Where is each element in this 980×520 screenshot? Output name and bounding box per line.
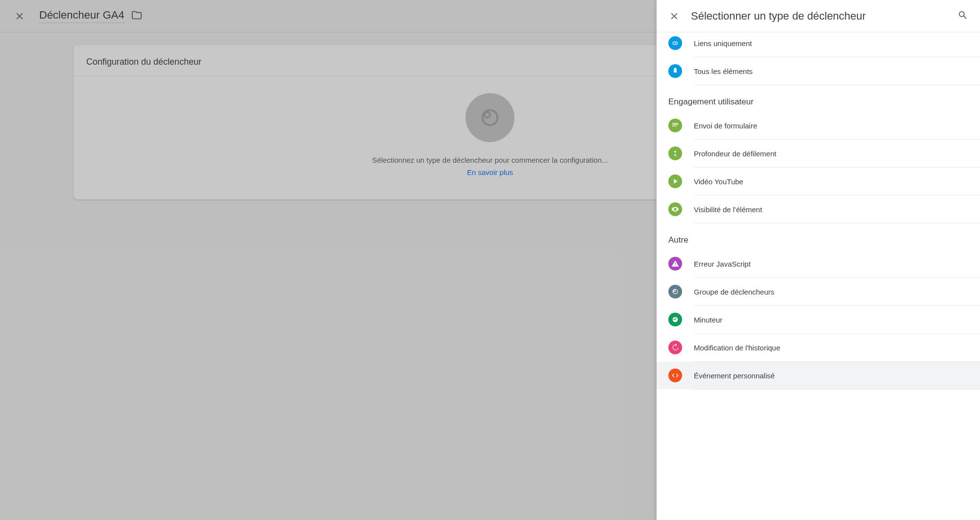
trigger-type-tous-les-e-le-ments[interactable]: Tous les éléments xyxy=(657,57,980,85)
timer-icon xyxy=(668,313,682,326)
trigger-type-label: Profondeur de défilement xyxy=(694,149,776,158)
history-icon xyxy=(668,341,682,354)
trigger-type-visibilite-de-l-e-le-ment[interactable]: Visibilité de l'élément xyxy=(657,196,980,223)
play-icon xyxy=(668,174,682,188)
click-icon xyxy=(668,64,682,78)
panel-header: Sélectionner un type de déclencheur xyxy=(657,0,980,32)
warn-icon xyxy=(668,257,682,271)
panel-title: Sélectionner un type de déclencheur xyxy=(691,10,957,23)
trigger-type-panel: Sélectionner un type de déclencheur Lien… xyxy=(657,0,980,520)
trigger-type-label: Groupe de déclencheurs xyxy=(694,288,774,296)
trigger-type-label: Visibilité de l'élément xyxy=(694,205,762,214)
trigger-type-label: Modification de l'historique xyxy=(694,344,780,352)
trigger-type-e-ve-nement-personnalise[interactable]: Événement personnalisé xyxy=(657,362,980,389)
search-icon xyxy=(957,10,968,21)
trigger-type-label: Liens uniquement xyxy=(694,39,752,48)
trigger-type-profondeur-de-de-filement[interactable]: Profondeur de défilement xyxy=(657,140,980,167)
trigger-type-label: Tous les éléments xyxy=(694,67,753,75)
close-icon xyxy=(669,11,680,22)
link-icon xyxy=(668,36,682,50)
divider xyxy=(694,389,980,390)
trigger-type-erreur-javascript[interactable]: Erreur JavaScript xyxy=(657,250,980,277)
code-icon xyxy=(668,369,682,382)
svg-point-3 xyxy=(673,290,675,292)
category-title: Engagement utilisateur xyxy=(657,85,980,112)
trigger-type-vide-o-youtube[interactable]: Vidéo YouTube xyxy=(657,168,980,195)
overlay: Sélectionner un type de déclencheur Lien… xyxy=(0,0,980,520)
trigger-type-label: Erreur JavaScript xyxy=(694,260,751,268)
category-title: Autre xyxy=(657,223,980,250)
trigger-type-minuteur[interactable]: Minuteur xyxy=(657,306,980,333)
trigger-type-label: Vidéo YouTube xyxy=(694,177,743,186)
trigger-type-modification-de-l-historique[interactable]: Modification de l'historique xyxy=(657,334,980,361)
trigger-type-liens-uniquement[interactable]: Liens uniquement xyxy=(657,32,980,57)
trigger-type-label: Minuteur xyxy=(694,316,722,324)
trigger-type-label: Envoi de formulaire xyxy=(694,122,757,130)
scroll-icon xyxy=(668,147,682,160)
trigger-type-groupe-de-de-clencheurs[interactable]: Groupe de déclencheurs xyxy=(657,278,980,305)
trigger-type-envoi-de-formulaire[interactable]: Envoi de formulaire xyxy=(657,112,980,139)
eye-icon xyxy=(668,202,682,216)
panel-body[interactable]: Liens uniquementTous les élémentsEngagem… xyxy=(657,32,980,520)
group-icon xyxy=(668,285,682,298)
close-panel-button[interactable] xyxy=(668,10,680,22)
search-button[interactable] xyxy=(957,10,968,23)
trigger-type-label: Événement personnalisé xyxy=(694,371,775,380)
form-icon xyxy=(668,119,682,132)
